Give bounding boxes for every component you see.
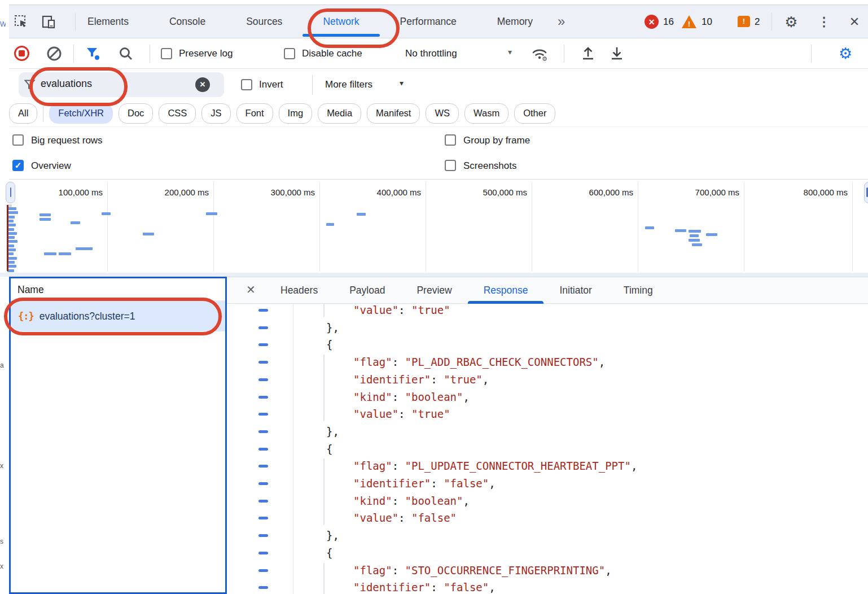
tab-performance[interactable]: Performance: [400, 16, 457, 28]
issues-icon[interactable]: !: [738, 16, 750, 27]
network-activity-bar: [7, 232, 17, 235]
network-activity-bar: [7, 236, 15, 239]
network-activity-bar: [7, 207, 16, 210]
annotation-circle-network-tab: [308, 8, 400, 48]
line-marker-dash: [258, 586, 268, 589]
screenshots-checkbox[interactable]: [445, 160, 456, 171]
record-network-log-icon[interactable]: [14, 46, 29, 61]
chip-ws[interactable]: WS: [426, 103, 459, 124]
network-activity-bar: [692, 243, 702, 246]
chip-doc[interactable]: Doc: [119, 103, 153, 124]
clear-filter-icon[interactable]: ✕: [195, 77, 210, 92]
indent-guide: [323, 458, 325, 525]
response-line: },: [227, 527, 868, 544]
panel-tabs: ElementsConsoleSourcesNetworkPerformance…: [9, 5, 565, 38]
invert-label: Invert: [259, 79, 283, 90]
chip-other[interactable]: Other: [514, 103, 555, 124]
overview-label: Overview: [31, 160, 71, 172]
tab-console[interactable]: Console: [169, 16, 205, 28]
network-settings-gear-icon[interactable]: ⚙: [839, 45, 852, 63]
network-activity-bar: [143, 233, 154, 235]
network-activity-bar: [7, 220, 14, 222]
response-viewer[interactable]: "value": "true"},{"flag": "PL_ADD_RBAC_C…: [227, 304, 868, 594]
line-marker-dash: [258, 534, 268, 537]
timeline-right-handle[interactable]: [864, 182, 868, 203]
line-marker-dash: [258, 517, 268, 519]
response-line: },: [227, 423, 868, 440]
chip-img[interactable]: Img: [279, 103, 313, 124]
search-icon[interactable]: [119, 46, 134, 62]
chip-media[interactable]: Media: [318, 103, 361, 124]
details-tab-initiator[interactable]: Initiator: [559, 277, 591, 304]
clear-network-log-icon[interactable]: [46, 46, 62, 62]
screenshots-label: Screenshots: [463, 160, 517, 172]
divider: [43, 105, 43, 122]
export-har-icon[interactable]: [610, 46, 624, 62]
close-devtools-icon[interactable]: ✕: [845, 13, 863, 31]
throttling-select[interactable]: No throttling: [405, 48, 457, 59]
line-marker-dash: [258, 448, 268, 451]
options-row-2: ✓ Overview Screenshots: [9, 154, 868, 180]
annotation-circle-request-row: [4, 298, 222, 335]
network-activity-bar: [44, 252, 56, 255]
indent-guide: [323, 563, 325, 594]
overview-checkbox[interactable]: ✓: [12, 160, 24, 171]
details-tab-payload[interactable]: Payload: [349, 277, 385, 304]
warnings-icon[interactable]: !: [682, 15, 696, 28]
network-overview-timeline[interactable]: 100,000 ms200,000 ms300,000 ms400,000 ms…: [0, 180, 868, 273]
close-details-icon[interactable]: ✕: [246, 283, 256, 296]
chip-manifest[interactable]: Manifest: [367, 103, 420, 124]
network-conditions-icon[interactable]: ⚙: [531, 46, 549, 63]
details-tab-headers[interactable]: Headers: [280, 277, 318, 304]
network-activity-bar: [40, 218, 51, 221]
timeline-tick-label: 800,000 ms: [763, 187, 848, 197]
timeline-tick-label: 100,000 ms: [18, 187, 103, 197]
big-request-rows-checkbox[interactable]: [12, 134, 24, 146]
network-activity-bar: [357, 213, 366, 216]
details-tab-preview[interactable]: Preview: [417, 277, 451, 304]
details-tab-response[interactable]: Response: [484, 277, 528, 304]
chevron-down-icon[interactable]: ▾: [508, 47, 512, 56]
response-line: {: [227, 544, 868, 562]
invert-checkbox[interactable]: [241, 79, 252, 90]
chip-all[interactable]: All: [9, 103, 37, 124]
chevron-down-icon[interactable]: ▾: [400, 78, 404, 88]
import-har-icon[interactable]: [581, 46, 595, 62]
network-activity-bar: [7, 265, 16, 268]
settings-gear-icon[interactable]: ⚙: [782, 13, 800, 31]
error-count[interactable]: 16: [663, 16, 674, 28]
chip-font[interactable]: Font: [236, 103, 273, 124]
network-activity-bar: [7, 216, 15, 219]
more-filters-button[interactable]: More filters: [325, 79, 372, 90]
tab-elements[interactable]: Elements: [87, 16, 129, 28]
network-activity-bar: [689, 239, 700, 242]
line-marker-dash: [258, 482, 268, 485]
chip-js[interactable]: JS: [201, 103, 230, 124]
response-line: {: [227, 440, 868, 458]
chip-css[interactable]: CSS: [159, 103, 196, 124]
timeline-gridline: [744, 182, 744, 272]
timeline-gridline: [426, 182, 426, 272]
issues-count[interactable]: 2: [755, 16, 760, 28]
line-marker-dash: [258, 552, 268, 554]
filter-toggle-icon[interactable]: [86, 47, 100, 62]
details-tab-timing[interactable]: Timing: [624, 277, 653, 304]
group-by-frame-checkbox[interactable]: [445, 134, 456, 146]
disable-cache-checkbox[interactable]: [284, 48, 295, 59]
line-marker-dash: [258, 569, 268, 572]
timeline-tick-label: 300,000 ms: [230, 187, 315, 197]
warning-count[interactable]: 10: [702, 16, 712, 28]
kebab-menu-icon[interactable]: ⋮: [815, 13, 833, 31]
page-behind-fragment: x: [0, 462, 6, 470]
chip-fetch-xhr[interactable]: Fetch/XHR: [49, 103, 113, 124]
tab-sources[interactable]: Sources: [246, 16, 282, 28]
more-tabs-icon[interactable]: »: [558, 14, 565, 29]
preserve-log-checkbox[interactable]: [161, 48, 172, 59]
timeline-left-handle[interactable]: [6, 182, 15, 203]
network-activity-bar: [206, 212, 217, 215]
errors-icon[interactable]: ✕: [645, 15, 659, 29]
tab-memory[interactable]: Memory: [497, 16, 533, 28]
chip-wasm[interactable]: Wasm: [464, 103, 508, 124]
request-details-panel: ✕ HeadersPayloadPreviewResponseInitiator…: [227, 277, 868, 594]
page-behind-fragment: a: [0, 361, 6, 369]
